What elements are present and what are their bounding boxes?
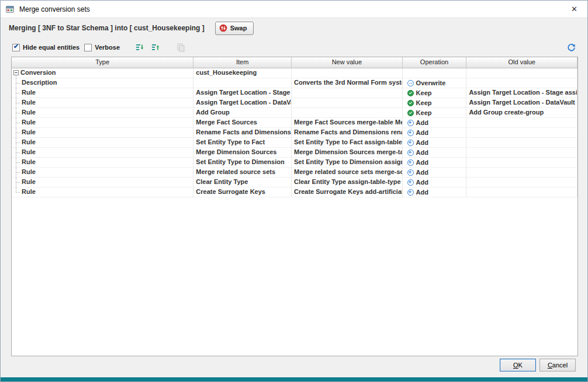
merging-text: Merging [ 3NF to Star Schema ] into [ cu… bbox=[9, 24, 205, 32]
row-new-value bbox=[292, 108, 403, 117]
row-type-label: Rule bbox=[22, 98, 36, 107]
row-operation: Add bbox=[403, 158, 467, 167]
toolbar: Hide equal entities Verbose bbox=[1, 40, 587, 55]
swap-button[interactable]: Swap bbox=[215, 22, 254, 35]
row-item: Set Entity Type to Dimension bbox=[193, 158, 292, 167]
row-item: Assign Target Location - DataVa... bbox=[193, 98, 292, 107]
hide-equal-entities-checkbox[interactable] bbox=[12, 44, 20, 51]
row-old-value bbox=[466, 128, 577, 137]
row-operation: Overwrite bbox=[403, 78, 467, 88]
row-type-label: Rule bbox=[22, 118, 36, 127]
add-icon bbox=[407, 150, 414, 156]
row-operation: Keep bbox=[403, 98, 467, 107]
tree-line bbox=[16, 152, 20, 153]
row-old-value: Assign Target Location - DataVault a... bbox=[466, 98, 577, 107]
row-operation: Add bbox=[403, 118, 467, 127]
tree-line bbox=[16, 133, 20, 133]
operation-label: Add bbox=[416, 138, 428, 147]
row-type-label: Rule bbox=[22, 168, 36, 176]
add-icon bbox=[407, 120, 414, 126]
operation-label: Add bbox=[416, 168, 428, 177]
row-type-label: Rule bbox=[22, 178, 36, 186]
column-header-old-value[interactable]: Old value bbox=[466, 57, 577, 68]
table-row[interactable]: RuleCreate Surrogate KeysCreate Surrogat… bbox=[12, 187, 577, 197]
add-icon bbox=[407, 159, 414, 166]
table-row[interactable]: RuleAssign Target Location - DataVa...Ke… bbox=[12, 98, 577, 108]
row-old-value bbox=[466, 168, 577, 177]
close-button[interactable]: ✕ bbox=[561, 1, 587, 18]
ok-button[interactable]: OK bbox=[500, 359, 536, 371]
row-item: Clear Entity Type bbox=[193, 178, 292, 187]
row-item: Merge Fact Sources bbox=[193, 118, 292, 127]
copy-icon bbox=[175, 42, 186, 53]
operation-label: Add bbox=[416, 158, 428, 167]
operation-label: Add bbox=[416, 148, 428, 157]
table-row[interactable]: RuleMerge Dimension SourcesMerge Dimensi… bbox=[12, 148, 577, 158]
table-row[interactable]: RuleMerge related source setsMerge relat… bbox=[12, 168, 577, 178]
add-icon bbox=[407, 189, 414, 196]
cancel-button[interactable]: Cancel bbox=[539, 359, 576, 371]
row-type-label: Rule bbox=[22, 108, 36, 117]
row-new-value: Merge Fact Sources merge-table Me... bbox=[292, 118, 403, 127]
row-old-value bbox=[466, 178, 577, 187]
titlebar: Merge conversion sets ✕ bbox=[1, 1, 587, 18]
row-operation: Add bbox=[403, 148, 467, 157]
table-row[interactable]: RuleRename Facts and DimensionsRename Fa… bbox=[12, 128, 577, 138]
keep-icon bbox=[407, 90, 414, 96]
row-item: Set Entity Type to Fact bbox=[193, 138, 292, 147]
table-row[interactable]: RuleMerge Fact SourcesMerge Fact Sources… bbox=[12, 118, 577, 128]
overwrite-icon bbox=[407, 80, 414, 86]
column-header-operation[interactable]: Operation bbox=[403, 57, 467, 68]
column-header-type[interactable]: Type bbox=[12, 57, 193, 68]
table-header-row: TypeItemNew valueOperationOld value bbox=[12, 57, 577, 68]
row-new-value: Merge related source sets merge-so... bbox=[292, 168, 403, 177]
swap-icon bbox=[219, 24, 227, 32]
cancel-label: C bbox=[548, 362, 552, 369]
tree-line bbox=[16, 76, 16, 78]
verbose-checkbox[interactable] bbox=[84, 44, 92, 51]
tree-line bbox=[16, 182, 20, 183]
row-item: cust_Housekeeping bbox=[193, 68, 292, 78]
table-row[interactable]: RuleClear Entity TypeClear Entity Type a… bbox=[12, 178, 577, 187]
operation-label: Keep bbox=[416, 89, 432, 98]
row-type-label: Rule bbox=[22, 158, 36, 166]
verbose-option: Verbose bbox=[84, 44, 120, 51]
row-type-label: Description bbox=[22, 78, 57, 87]
operation-label: Add bbox=[416, 129, 428, 137]
row-new-value: Rename Facts and Dimensions rena... bbox=[292, 128, 403, 137]
table-row[interactable]: −Conversioncust_Housekeeping bbox=[12, 68, 577, 78]
row-old-value bbox=[466, 187, 577, 197]
table-row[interactable]: DescriptionConverts the 3rd Normal Form … bbox=[12, 78, 577, 88]
column-header-new-value[interactable]: New value bbox=[292, 57, 403, 68]
keep-icon bbox=[407, 110, 414, 116]
tree-line bbox=[16, 123, 20, 123]
row-item: Rename Facts and Dimensions bbox=[193, 128, 292, 137]
column-header-item[interactable]: Item bbox=[193, 57, 292, 68]
operation-label: Keep bbox=[416, 99, 432, 107]
tree-expander-icon[interactable]: − bbox=[13, 70, 19, 75]
ok-label-rest: K bbox=[518, 362, 523, 369]
hide-equal-entities-label: Hide equal entities bbox=[23, 44, 79, 51]
tree-line bbox=[16, 103, 20, 103]
verbose-label: Verbose bbox=[95, 44, 120, 51]
expand-all-icon[interactable] bbox=[134, 42, 145, 53]
row-operation bbox=[403, 68, 467, 78]
row-operation: Keep bbox=[403, 88, 467, 98]
table-row[interactable]: RuleAdd GroupKeepAdd Group create-group bbox=[12, 108, 577, 118]
table-row[interactable]: RuleAssign Target Location - StageKeepAs… bbox=[12, 88, 577, 98]
tree-line bbox=[16, 192, 20, 193]
row-old-value: Add Group create-group bbox=[466, 108, 577, 117]
row-type-label: Rule bbox=[22, 148, 36, 157]
collapse-all-icon[interactable] bbox=[150, 42, 161, 53]
row-new-value bbox=[292, 68, 403, 78]
row-type-label: Rule bbox=[22, 187, 36, 196]
refresh-icon[interactable] bbox=[566, 42, 577, 53]
row-type-label: Rule bbox=[22, 128, 36, 137]
add-icon bbox=[407, 140, 414, 146]
merge-header: Merging [ 3NF to Star Schema ] into [ cu… bbox=[1, 18, 587, 38]
operation-label: Overwrite bbox=[416, 79, 446, 88]
tree-line bbox=[16, 172, 20, 173]
table-row[interactable]: RuleSet Entity Type to DimensionSet Enti… bbox=[12, 158, 577, 168]
table-row[interactable]: RuleSet Entity Type to FactSet Entity Ty… bbox=[12, 138, 577, 148]
add-icon bbox=[407, 169, 414, 176]
